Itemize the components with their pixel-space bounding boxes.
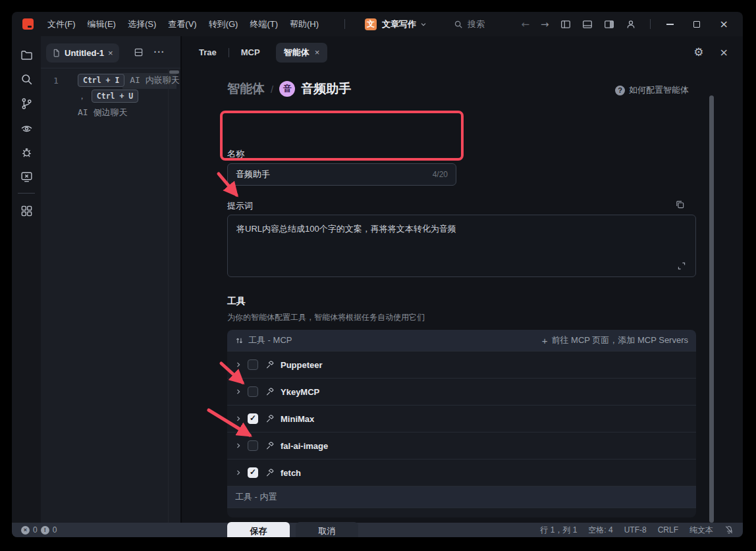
tool-row-minimax[interactable]: MiniMax <box>227 405 696 432</box>
error-count: 0 <box>33 525 38 535</box>
chevron-right-icon[interactable] <box>235 388 242 395</box>
titlebar-separator <box>344 19 345 29</box>
tab-close-icon[interactable]: × <box>108 49 113 57</box>
split-editor-icon[interactable] <box>134 47 144 57</box>
copy-icon[interactable] <box>675 199 685 209</box>
debug-bug-icon[interactable] <box>14 140 38 165</box>
tab-mcp[interactable]: MCP <box>234 43 267 61</box>
tool-checkbox[interactable] <box>248 359 258 370</box>
cursor-position[interactable]: 行 1，列 1 <box>540 525 577 536</box>
menu-selection[interactable]: 选择(S) <box>122 16 162 33</box>
language-mode[interactable]: 纯文本 <box>689 525 713 536</box>
chevron-right-icon[interactable] <box>235 415 242 422</box>
chevron-down-icon[interactable] <box>419 20 427 28</box>
nav-back-icon[interactable]: ← <box>521 18 529 30</box>
global-search[interactable]: 搜索 <box>454 18 485 30</box>
panel-scrollbar-thumb[interactable] <box>709 95 714 523</box>
workspace-name[interactable]: 文章写作 <box>382 18 416 30</box>
question-icon: ? <box>615 86 625 95</box>
help-link-label: 如何配置智能体 <box>629 84 689 96</box>
encoding[interactable]: UTF-8 <box>624 525 647 535</box>
watch-eye-icon[interactable] <box>14 116 38 140</box>
agent-name-input[interactable] <box>236 170 427 180</box>
toggle-sidebar-icon[interactable] <box>560 19 571 30</box>
indent-setting[interactable]: 空格: 4 <box>588 525 612 536</box>
save-button[interactable]: 保存 <box>227 522 290 537</box>
name-field-label: 名称 <box>227 148 244 160</box>
tools-description: 为你的智能体配置工具，智能体将根据任务自动使用它们 <box>227 312 425 323</box>
menu-help[interactable]: 帮助(H) <box>284 16 325 33</box>
add-mcp-servers-label: 前往 MCP 页面，添加 MCP Servers <box>551 334 688 346</box>
editor-hint-line1: Ctrl + I AI 内嵌聊天 <box>78 74 180 87</box>
kbd-ctrl-i: Ctrl + I <box>78 74 124 87</box>
bell-slash-icon[interactable] <box>724 525 734 535</box>
breadcrumb-agents[interactable]: 智能体 <box>227 80 265 97</box>
prompt-textarea[interactable]: 将URL内容总结成100个字的文案，再将将文本转化为音频 <box>227 215 696 277</box>
activity-divider <box>18 193 35 194</box>
close-window-button[interactable]: × <box>720 19 728 30</box>
eol-setting[interactable]: CRLF <box>658 525 678 535</box>
more-actions-icon[interactable]: ··· <box>154 47 165 57</box>
account-icon[interactable] <box>626 19 636 30</box>
cancel-button[interactable]: 取消 <box>296 522 358 537</box>
builtin-section-title: 工具 - 内置 <box>235 491 277 503</box>
editor-scrollbar-thumb[interactable] <box>169 70 179 74</box>
search-sidebar-icon[interactable] <box>14 67 38 92</box>
status-right-group: 行 1，列 1 空格: 4 UTF-8 CRLF 纯文本 <box>540 525 734 536</box>
toggle-secondary-sidebar-icon[interactable] <box>604 19 614 30</box>
explorer-icon[interactable] <box>14 43 38 67</box>
problems-summary[interactable]: × 0 ! 0 <box>21 525 57 535</box>
trae-ide-window: 文件(F) 编辑(E) 选择(S) 查看(V) 转到(G) 终端(T) 帮助(H… <box>0 0 756 551</box>
tool-name: fetch <box>281 468 301 478</box>
sort-icon[interactable] <box>235 336 244 345</box>
agent-title: 音频助手 <box>301 80 351 97</box>
tool-checkbox[interactable] <box>248 413 258 424</box>
toggle-panel-icon[interactable] <box>582 19 593 30</box>
minimize-button[interactable] <box>666 24 674 25</box>
app-logo-icon[interactable] <box>22 18 34 30</box>
add-mcp-servers-link[interactable]: + 前往 MCP 页面，添加 MCP Servers <box>542 334 688 346</box>
source-control-icon[interactable] <box>14 92 38 116</box>
terminal-screen-icon[interactable] <box>14 165 38 189</box>
tool-checkbox[interactable] <box>248 467 258 478</box>
main-area: Untitled-1 × ··· 1 Ctrl + I AI 内嵌聊天 ， Ct… <box>12 36 743 523</box>
hint-inline-chat: AI 内嵌聊天 <box>130 75 179 85</box>
chevron-right-icon[interactable] <box>235 442 242 449</box>
tool-checkbox[interactable] <box>248 440 258 451</box>
tab-agent-label: 智能体 <box>284 47 310 59</box>
breadcrumb-separator: / <box>271 84 273 95</box>
chevron-right-icon[interactable] <box>235 469 242 476</box>
hint-comma: ， <box>78 91 86 101</box>
menu-terminal[interactable]: 终端(T) <box>244 16 284 33</box>
tool-row-puppeteer[interactable]: Puppeteer <box>227 351 696 378</box>
agent-panel: Trae MCP 智能体 × ⚙ × 智能体 / <box>182 36 743 523</box>
panel-close-icon[interactable]: × <box>720 47 728 58</box>
plus-icon: + <box>542 336 548 346</box>
tool-row-ykeymcp[interactable]: YkeyMCP <box>227 378 696 405</box>
prompt-field-label: 提示词 <box>227 200 253 212</box>
menu-go[interactable]: 转到(G) <box>203 16 244 33</box>
tool-checkbox[interactable] <box>248 386 258 397</box>
workspace-badge[interactable]: 文 <box>365 18 377 30</box>
tool-row-fetch[interactable]: fetch <box>227 459 696 486</box>
tab-untitled-1[interactable]: Untitled-1 × <box>46 43 119 63</box>
tab-trae[interactable]: Trae <box>192 43 223 61</box>
editor-scrollbar-track <box>168 69 169 523</box>
extensions-icon[interactable] <box>14 199 38 223</box>
search-icon <box>454 20 463 29</box>
expand-icon[interactable] <box>677 261 686 271</box>
help-link[interactable]: ? 如何配置智能体 <box>615 84 689 96</box>
chevron-right-icon[interactable] <box>235 361 242 368</box>
warning-icon: ! <box>41 526 49 535</box>
maximize-button[interactable] <box>693 21 700 28</box>
titlebar-nav-group: ← → <box>521 18 650 30</box>
error-icon: × <box>21 526 30 535</box>
gear-icon[interactable]: ⚙ <box>693 47 703 58</box>
tab-agent-close-icon[interactable]: × <box>315 48 320 57</box>
menu-edit[interactable]: 编辑(E) <box>82 16 122 33</box>
menu-view[interactable]: 查看(V) <box>162 16 202 33</box>
tool-row-fal-ai-image[interactable]: fal-ai-image <box>227 432 696 459</box>
tab-agent-active[interactable]: 智能体 × <box>276 43 328 63</box>
nav-forward-icon[interactable]: → <box>541 18 549 30</box>
menu-file[interactable]: 文件(F) <box>41 16 82 33</box>
